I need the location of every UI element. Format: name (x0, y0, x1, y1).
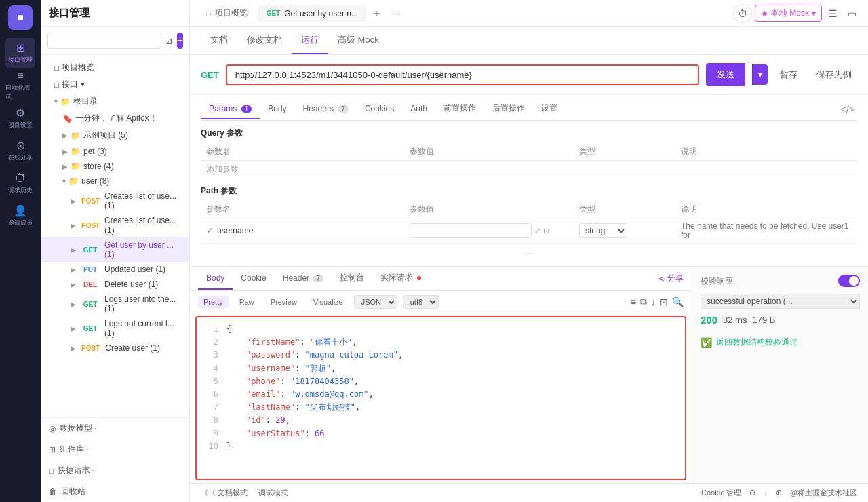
encoding-select[interactable]: utf8 (403, 295, 439, 309)
sidebar-item-quickstart[interactable]: 🔖 一分钟，了解 Apifox！ (41, 110, 189, 127)
sidebar-tree: □ 项目概览 □ 接口 ▾ ▾ 📁 根目录 🔖 一分钟，了解 Apifox！ ▶… (41, 55, 189, 417)
response-line-9: 9 "userStatus": 66 (202, 427, 679, 440)
sidebar-footer-quick-request[interactable]: □ 快捷请求 · (41, 460, 189, 481)
sidebar-item-store[interactable]: ▶ 📁 store (4) (41, 159, 189, 174)
nav-item-automation[interactable]: ≡ 自动化测试 (5, 71, 35, 100)
sidebar-item-creates-list-1[interactable]: ▶ POST Creates list of use... (1) (41, 189, 189, 213)
send-dropdown-button[interactable]: ▾ (752, 64, 768, 85)
sub-tab-docs[interactable]: 文档 (201, 27, 237, 54)
filter-button[interactable]: ⊿ (165, 33, 173, 49)
nav-item-history[interactable]: ⏱ 请求历史 (5, 168, 35, 198)
response-tab-console[interactable]: 控制台 (332, 267, 372, 290)
footer-icon-1[interactable]: ⊙ (749, 488, 755, 497)
share-button[interactable]: ⋖ 分享 (658, 273, 684, 284)
nav-item-invite[interactable]: 👤 邀请成员 (5, 201, 35, 231)
sidebar-footer-trash[interactable]: 🗑 回收站 (41, 481, 189, 502)
left-navigation: ■ ⊞ 接口管理 ≡ 自动化测试 ⚙ 项目设置 ⊙ 在线分享 ⏱ 请求历史 👤 … (0, 0, 41, 502)
response-tab-body[interactable]: Body (198, 268, 233, 290)
invite-icon: 👤 (14, 204, 27, 217)
sub-tab-edit-docs[interactable]: 修改文档 (237, 27, 292, 54)
tabs-bar: □ 项目概览 GET Get user by user n... + ··· ⏱… (190, 0, 868, 27)
col-header-desc: 说明 (675, 143, 857, 161)
params-tab-params[interactable]: Params 1 (201, 99, 260, 119)
download-icon[interactable]: ↓ (651, 296, 656, 308)
checkbox-checked[interactable]: ✓ (206, 226, 213, 235)
sidebar-footer-data-model[interactable]: ◎ 数据模型 · (41, 418, 189, 439)
wrap-icon[interactable]: ≡ (631, 296, 636, 308)
code-view-button[interactable]: </> (838, 101, 857, 117)
response-tab-actual-request[interactable]: 实际请求 (372, 267, 429, 290)
format-json-select[interactable]: JSON XML Text (354, 295, 397, 309)
sidebar-item-interface-group[interactable]: □ 接口 ▾ (41, 76, 189, 93)
nav-item-share[interactable]: ⊙ 在线分享 (5, 136, 35, 166)
sidebar-item-root[interactable]: ▾ 📁 根目录 (41, 93, 189, 110)
format-preview[interactable]: Preview (265, 296, 302, 308)
sub-tab-advanced-mock[interactable]: 高级 Mock (328, 27, 389, 54)
sidebar-item-create-user[interactable]: ▶ POST Create user (1) (41, 341, 189, 355)
params-tab-body[interactable]: Body (260, 99, 294, 119)
timer-button[interactable]: ⏱ (733, 4, 752, 23)
params-tab-pre-ops[interactable]: 前置操作 (435, 98, 484, 120)
format-raw[interactable]: Raw (234, 296, 260, 308)
params-tab-auth[interactable]: Auth (402, 99, 435, 119)
params-tab-headers[interactable]: Headers 7 (295, 99, 357, 119)
tab-add-button[interactable]: + (369, 5, 385, 22)
search-icon[interactable]: 🔍 (672, 296, 684, 308)
sidebar-item-get-user[interactable]: ▶ GET Get user by user ... (1) (41, 237, 189, 262)
toggle-switch[interactable] (838, 275, 860, 287)
tab-overview[interactable]: □ 项目概览 (198, 3, 256, 23)
bookmark-icon: 🔖 (62, 114, 73, 123)
sidebar-footer-component[interactable]: ⊞ 组件库 · (41, 439, 189, 460)
expand-icon[interactable]: ⤢ (534, 227, 540, 235)
url-text[interactable]: http://127.0.0.1:4523/m1/3441050-0-defau… (235, 70, 472, 80)
sidebar-item-example[interactable]: ▶ 📁 示例项目 (5) (41, 127, 189, 144)
doc-mode-button[interactable]: 《《 文档模式 (201, 488, 248, 498)
footer-icon-2[interactable]: ↑ (764, 489, 768, 497)
validation-toggle (838, 275, 860, 287)
copy-icon[interactable]: ⧉ (640, 296, 647, 308)
send-button[interactable]: 发送 (706, 63, 745, 86)
params-tabs: Params 1 Body Headers 7 Cookies Auth 前置操… (201, 95, 857, 121)
save-button[interactable]: 暂存 (774, 66, 803, 83)
sub-tab-run[interactable]: 运行 (292, 27, 328, 54)
username-value-input[interactable] (410, 223, 532, 238)
sidebar-item-delete-user[interactable]: ▶ DEL Delete user (1) (41, 277, 189, 292)
add-button[interactable]: + (177, 33, 183, 49)
menu-button[interactable]: ☰ (825, 5, 841, 22)
response-tab-header[interactable]: Header 7 (275, 268, 332, 290)
format-pretty[interactable]: Pretty (198, 296, 229, 308)
validation-schema-select[interactable]: successful operation (... (701, 294, 860, 309)
format-visualize[interactable]: Visualize (308, 296, 349, 308)
sidebar-item-logs-into[interactable]: ▶ GET Logs user into the... (1) (41, 292, 189, 316)
nav-item-settings[interactable]: ⚙ 项目设置 (5, 103, 35, 133)
tab-get-user[interactable]: GET Get user by user n... (258, 5, 366, 22)
fullscreen-icon[interactable]: ⊡ (543, 227, 549, 235)
fullscreen-icon[interactable]: ⊡ (660, 296, 668, 308)
sidebar-item-creates-list-2[interactable]: ▶ POST Creates list of use... (1) (41, 213, 189, 237)
footer-icon-3[interactable]: ⊕ (776, 488, 782, 497)
toggle-dot (849, 276, 859, 286)
search-input[interactable] (47, 33, 161, 49)
col-header-name: 参数名 (201, 143, 404, 161)
layout-button[interactable]: ▭ (844, 5, 860, 22)
bottom-panel: Body Cookie Header 7 控制台 实际请求 ⋖ 分享 Prett… (190, 266, 868, 483)
params-tab-post-ops[interactable]: 后置操作 (484, 98, 533, 120)
sidebar-item-user[interactable]: ▾ 📁 user (8) (41, 174, 189, 189)
params-tab-settings[interactable]: 设置 (533, 98, 566, 120)
sidebar-item-logs-out[interactable]: ▶ GET Logs out current l... (1) (41, 316, 189, 341)
sidebar-item-pet[interactable]: ▶ 📁 pet (3) (41, 144, 189, 159)
params-tab-cookies[interactable]: Cookies (357, 99, 402, 119)
response-tab-cookie[interactable]: Cookie (233, 268, 274, 290)
debug-mode-button[interactable]: 调试模式 (258, 488, 288, 498)
response-line-8: 8 "id": 29, (202, 414, 679, 427)
sidebar-item-put-user[interactable]: ▶ PUT Updated user (1) (41, 262, 189, 277)
mock-button[interactable]: ★ 本地 Mock ▾ (755, 5, 822, 22)
sidebar-item-overview[interactable]: □ 项目概览 (41, 59, 189, 76)
nav-item-interface[interactable]: ⊞ 接口管理 (5, 38, 35, 68)
path-params-table: 参数名 参数值 类型 说明 ✓ username (201, 201, 857, 244)
add-param-button[interactable]: 添加参数 (201, 161, 857, 178)
cookie-manage-button[interactable]: Cookie 管理 (701, 488, 741, 498)
save-as-button[interactable]: 保存为例 (811, 66, 857, 83)
type-select-username[interactable]: string integer number (579, 223, 627, 238)
tab-more-button[interactable]: ··· (388, 5, 404, 22)
